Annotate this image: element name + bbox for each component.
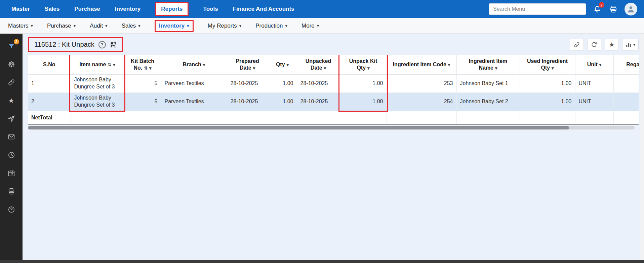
column-header-unpacked-date[interactable]: Unpacked Date▾ <box>297 55 340 74</box>
subnav-item-inventory[interactable]: Inventory▾ <box>155 20 194 32</box>
cell: 1.00 <box>268 74 297 92</box>
printer-icon <box>609 5 617 13</box>
topnav-item-reports[interactable]: Reports <box>155 2 188 16</box>
chevron-down-icon[interactable]: ▾ <box>113 62 115 67</box>
column-header-prepared-date[interactable]: Prepared Date▾ <box>227 55 268 74</box>
help-icon[interactable] <box>7 205 16 214</box>
sort-icon[interactable]: ⇅ <box>144 66 148 71</box>
sort-icon[interactable]: ⇅ <box>108 62 111 67</box>
column-header-branch[interactable]: Branch▾ <box>161 55 227 74</box>
cell: Johnsoon Baby Dungree Set of 3 <box>71 74 124 92</box>
print-button[interactable] <box>608 4 618 14</box>
cell: 28-10-2025 <box>227 92 268 111</box>
chevron-down-icon[interactable]: ▾ <box>324 66 326 71</box>
gear-icon[interactable] <box>7 60 16 69</box>
calendar-export-icon[interactable] <box>7 169 16 178</box>
chevron-down-icon[interactable]: ▾ <box>149 66 152 71</box>
chevron-down-icon[interactable]: ▾ <box>287 62 289 67</box>
column-header-qty[interactable]: Qty▾ <box>268 55 297 74</box>
filter-count-badge: 2 <box>14 39 19 44</box>
column-header-used-ingredient-qty[interactable]: Used Ingredient Qty▾ <box>520 55 575 74</box>
clock-glyph <box>8 151 15 159</box>
chevron-down-icon[interactable]: ▾ <box>367 66 370 71</box>
topnav-item-tools[interactable]: Tools <box>203 6 218 12</box>
chevron-down-icon: ▾ <box>105 23 108 28</box>
cell <box>456 111 520 125</box>
column-header-ingredient-item-code[interactable]: Ingredient Item Code▾ <box>387 55 456 74</box>
bar-chart-icon <box>626 42 632 48</box>
chart-menu-button[interactable]: ▾ <box>622 39 639 51</box>
refresh-button[interactable] <box>587 39 601 51</box>
search-input[interactable] <box>489 3 586 15</box>
favorite-button[interactable]: ★ <box>605 39 619 51</box>
column-header-unit[interactable]: Unit▾ <box>575 55 613 74</box>
chevron-down-icon[interactable]: ▾ <box>599 62 602 67</box>
cell: Johnsoon Baby Dungree Set of 3 <box>71 92 124 111</box>
chevron-down-icon: ▾ <box>285 23 288 28</box>
column-header-unpack-kit-qty[interactable]: Unpack Kit Qty▾ <box>340 55 387 74</box>
link-icon <box>574 42 580 48</box>
calendar-glyph <box>8 170 15 177</box>
cell <box>124 111 161 125</box>
column-header-ingredient-item-name[interactable]: Ingredient Item Name▾ <box>456 55 520 74</box>
cell: 1.00 <box>268 92 297 111</box>
vertical-scrollbar-track[interactable] <box>640 34 644 260</box>
topnav-item-finance-and-accounts[interactable]: Finance And Accounts <box>233 6 294 12</box>
subnav-item-purchase[interactable]: Purchase▾ <box>47 23 76 29</box>
star-glyph: ★ <box>8 97 14 105</box>
chevron-down-icon[interactable]: ▾ <box>203 62 205 67</box>
subnav-item-more[interactable]: More▾ <box>301 23 319 29</box>
subnav-items: Masters▾Purchase▾Audit▾Sales▾Inventory▾M… <box>8 20 319 32</box>
cell: UNIT <box>575 74 613 92</box>
horizontal-scrollbar-track[interactable] <box>28 126 635 129</box>
subnav-item-production[interactable]: Production▾ <box>255 23 287 29</box>
topnav-item-inventory[interactable]: Inventory <box>115 6 141 12</box>
topnav-item-master[interactable]: Master <box>11 6 30 12</box>
share-link-button[interactable] <box>570 39 584 51</box>
subnav-item-label: My Reports <box>208 23 237 29</box>
clock-icon[interactable] <box>7 151 16 159</box>
mail-icon[interactable] <box>7 133 16 141</box>
user-avatar[interactable] <box>625 3 637 15</box>
subnav-item-masters[interactable]: Masters▾ <box>8 23 33 29</box>
help-circle-icon[interactable]: ? <box>98 41 106 48</box>
link-icon[interactable] <box>7 78 16 87</box>
send-icon[interactable] <box>7 114 16 123</box>
column-header-kit-batch-no[interactable]: Kit Batch No.⇅▾ <box>124 55 161 74</box>
subnav-item-audit[interactable]: Audit▾ <box>90 23 107 29</box>
print-sidebar-icon[interactable] <box>7 187 16 196</box>
cell: 28-10-2025 <box>297 92 340 111</box>
cell: 28-10-2025 <box>297 74 340 92</box>
grid-icon[interactable] <box>110 41 117 48</box>
cell: 254 <box>387 92 456 111</box>
cell: Parveen Textiles <box>161 92 227 111</box>
column-header-item-name[interactable]: Item name⇅▾ <box>71 55 124 74</box>
subnav-item-label: Inventory <box>159 23 185 29</box>
horizontal-scrollbar-thumb[interactable] <box>28 126 569 129</box>
cell: Johnson Baby Set 1 <box>456 74 520 92</box>
chevron-down-icon[interactable]: ▾ <box>448 62 450 67</box>
column-header-s-no[interactable]: S.No <box>28 55 71 74</box>
notifications-button[interactable]: 2 <box>592 4 602 14</box>
cell: 1.00 <box>340 74 387 92</box>
column-header-regai[interactable]: Regai <box>613 55 639 74</box>
chevron-down-icon[interactable]: ▾ <box>495 66 497 71</box>
filter-icon[interactable]: 2 <box>7 42 16 50</box>
chevron-down-icon: ▾ <box>317 23 319 28</box>
report-header-row: 116512 : Kit Unpack ? <box>28 37 639 52</box>
chevron-down-icon[interactable]: ▾ <box>253 66 255 71</box>
star-icon[interactable]: ★ <box>7 96 16 105</box>
topnav-item-purchase[interactable]: Purchase <box>74 6 100 12</box>
reports-sub-navigation: Masters▾Purchase▾Audit▾Sales▾Inventory▾M… <box>0 18 644 34</box>
refresh-icon <box>591 41 597 48</box>
subnav-item-my-reports[interactable]: My Reports▾ <box>208 23 241 29</box>
chevron-down-icon[interactable]: ▾ <box>552 66 554 71</box>
cell: 1 <box>28 74 71 92</box>
paper-plane-glyph <box>8 115 15 122</box>
topnav-item-sales[interactable]: Sales <box>45 6 59 12</box>
chevron-down-icon: ▾ <box>187 23 189 28</box>
subnav-item-sales[interactable]: Sales▾ <box>122 23 140 29</box>
cell: 1.00 <box>340 92 387 111</box>
report-content-area: 116512 : Kit Unpack ? <box>23 34 644 260</box>
cell <box>268 111 297 125</box>
